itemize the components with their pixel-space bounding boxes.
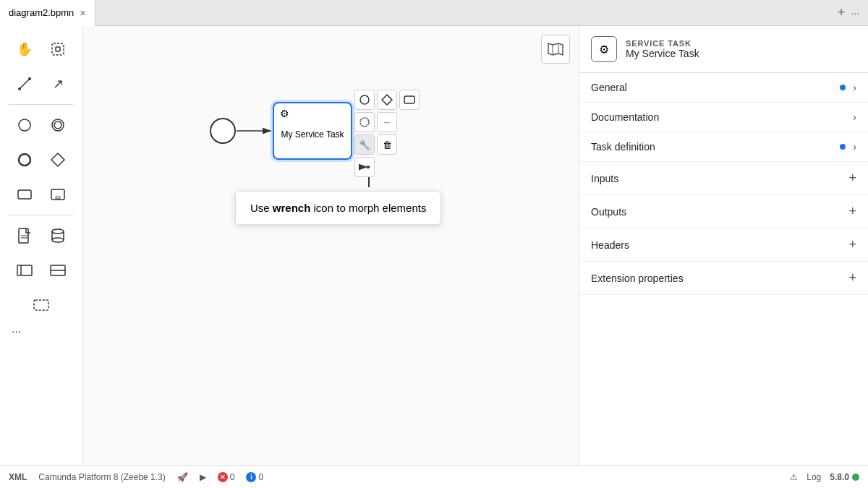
panel-sections: General›Documentation›Task definition›In… [579, 73, 868, 295]
toolbar-divider-2 [9, 215, 74, 215]
service-task-element[interactable]: ⚙ My Service Task [273, 102, 352, 160]
tab-label: diagram2.bpmn [9, 7, 74, 18]
panel-section-plus-5[interactable]: + [848, 237, 856, 252]
morph-circle-button[interactable] [354, 90, 375, 110]
panel-section-task-definition[interactable]: Task definition› [579, 132, 868, 162]
double-circle-tool-button[interactable] [43, 111, 72, 140]
lane-tool-button[interactable] [43, 256, 72, 285]
panel-section-documentation[interactable]: Documentation› [579, 103, 868, 132]
rect-tool-button[interactable] [10, 180, 39, 209]
svg-rect-0 [52, 43, 64, 55]
more-tools-button[interactable]: ··· [0, 322, 82, 341]
panel-section-label-6: Extension properties [591, 273, 848, 284]
circle-tool-button[interactable] [10, 111, 39, 140]
svg-point-7 [54, 121, 61, 129]
version-label: 5.8.0 [830, 472, 859, 482]
svg-point-8 [19, 154, 30, 166]
tooltip-bold: wrench [273, 202, 311, 214]
svg-point-5 [19, 119, 30, 131]
rocket-icon: 🚀 [177, 472, 188, 482]
hand-tool-button[interactable]: ✋ [10, 35, 39, 64]
svg-rect-31 [404, 96, 414, 103]
doc-tool-button[interactable] [10, 221, 39, 250]
ring-tool-button[interactable] [10, 145, 39, 174]
play-button[interactable]: ▶ [200, 472, 206, 482]
tooltip: Use wrench icon to morph elements [235, 191, 441, 225]
toolbar-row-7 [0, 253, 82, 288]
panel-section-general[interactable]: General› [579, 73, 868, 103]
panel-header-text: SERVICE TASK My Service Task [626, 39, 699, 59]
panel-section-outputs[interactable]: Outputs+ [579, 195, 868, 228]
tooltip-suffix: icon to morph elements [310, 202, 426, 214]
panel-header-title: SERVICE TASK [626, 39, 699, 48]
svg-rect-1 [56, 47, 60, 51]
diamond-tool-button[interactable] [43, 145, 72, 174]
xml-button[interactable]: XML [9, 472, 27, 482]
toolbar-row-8 [0, 288, 82, 322]
tooltip-prefix: Use [250, 202, 273, 214]
morph-task-button[interactable] [354, 112, 375, 132]
subprocess-tool-button[interactable] [43, 180, 72, 209]
diagram-tab[interactable]: diagram2.bpmn × [0, 0, 95, 26]
canvas-svg [83, 26, 579, 465]
panel-section-chevron-0: › [853, 82, 856, 93]
service-task-label: My Service Task [281, 129, 344, 141]
canvas[interactable]: ⚙ My Service Task · [83, 26, 579, 465]
panel-header-icon: ⚙ [591, 36, 617, 62]
trash-button[interactable]: 🗑 [377, 134, 397, 155]
connect-tool-button[interactable] [10, 69, 39, 98]
wrench-button[interactable]: 🔧 [354, 134, 375, 155]
panel-section-headers[interactable]: Headers+ [579, 228, 868, 262]
service-task-gear-icon: ⚙ [280, 108, 289, 119]
error-indicator[interactable]: ✕ 0 [218, 472, 235, 482]
start-event[interactable] [210, 118, 236, 144]
tab-close-button[interactable]: × [80, 7, 85, 19]
warning-icon: ⚠ [790, 472, 798, 482]
panel-section-plus-6[interactable]: + [848, 270, 856, 286]
log-button[interactable]: Log [807, 472, 821, 482]
svg-rect-20 [17, 265, 32, 275]
version-text: 5.8.0 [830, 472, 849, 482]
info-icon: i [246, 472, 256, 482]
dashed-rect-tool-button[interactable] [27, 291, 56, 320]
svg-point-16 [52, 229, 64, 234]
svg-rect-11 [51, 189, 64, 200]
pool-tool-button[interactable] [10, 256, 39, 285]
panel-header-subtitle: My Service Task [626, 48, 699, 59]
context-menu: ··· 🔧 🗑 [354, 90, 420, 177]
svg-marker-34 [367, 165, 370, 169]
data-store-tool-button[interactable] [43, 221, 72, 250]
panel-section-label-1: Documentation [591, 111, 853, 123]
svg-point-3 [18, 87, 21, 90]
tab-actions: + ··· [838, 5, 868, 20]
panel-section-dot-2 [840, 144, 846, 150]
status-bar: XML Camunda Platform 8 (Zeebe 1.3) 🚀 ▶ ✕… [0, 465, 868, 488]
panel-section-plus-4[interactable]: + [848, 204, 856, 219]
morph-rect-button[interactable] [399, 90, 420, 110]
tab-more-button[interactable]: ··· [851, 7, 859, 19]
append-button[interactable] [354, 157, 375, 177]
panel-section-chevron-1: › [853, 111, 856, 123]
right-panel: ⚙ SERVICE TASK My Service Task General›D… [579, 26, 868, 465]
task-dots-button[interactable]: ··· [377, 112, 397, 132]
minimap-button[interactable] [541, 35, 570, 64]
morph-diamond-button[interactable] [377, 90, 397, 110]
main-area: ✋ ↗ [0, 26, 868, 465]
arrow-tool-button[interactable]: ↗ [43, 69, 72, 98]
panel-section-extension-properties[interactable]: Extension properties+ [579, 262, 868, 295]
toolbar-row-6 [0, 218, 82, 253]
info-indicator[interactable]: i 0 [246, 472, 263, 482]
panel-section-label-5: Headers [591, 239, 848, 251]
select-tool-button[interactable] [43, 35, 72, 64]
panel-section-label-4: Outputs [591, 206, 848, 218]
panel-section-inputs[interactable]: Inputs+ [579, 162, 868, 195]
svg-point-19 [52, 238, 64, 242]
error-count: 0 [230, 472, 235, 482]
panel-header: ⚙ SERVICE TASK My Service Task [579, 26, 868, 73]
svg-point-32 [360, 118, 369, 127]
panel-section-plus-3[interactable]: + [848, 171, 856, 186]
svg-rect-12 [56, 197, 60, 199]
svg-point-4 [28, 77, 31, 80]
new-tab-button[interactable]: + [838, 5, 846, 20]
status-bar-right: ⚠ Log 5.8.0 [790, 472, 859, 482]
